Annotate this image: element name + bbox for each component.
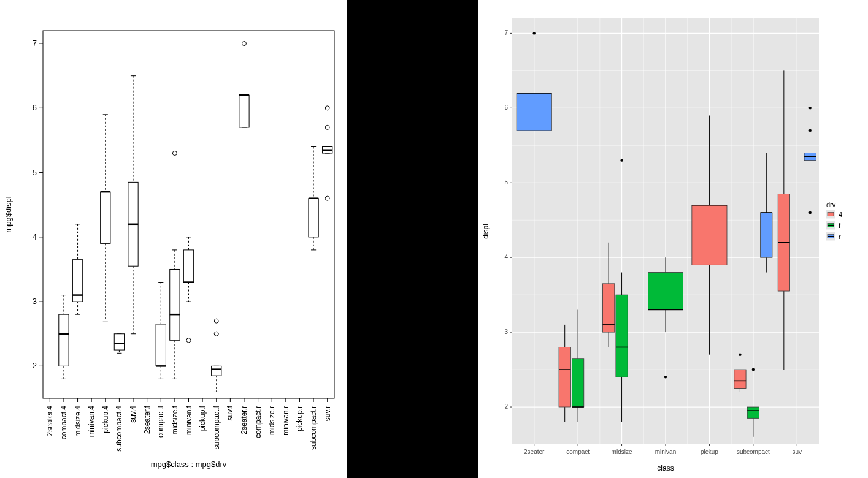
svg-text:midsize: midsize <box>612 449 632 455</box>
svg-text:drv: drv <box>826 201 836 208</box>
svg-point-211 <box>620 159 623 161</box>
svg-text:6: 6 <box>33 103 37 112</box>
svg-text:7: 7 <box>33 39 37 48</box>
svg-text:subcompact.4: subcompact.4 <box>115 406 123 452</box>
svg-point-96 <box>214 332 218 336</box>
svg-rect-22 <box>59 314 69 366</box>
svg-point-244 <box>809 129 812 132</box>
svg-text:midsize.f: midsize.f <box>171 405 179 434</box>
svg-text:suv.4: suv.4 <box>129 406 137 423</box>
svg-text:3: 3 <box>33 297 37 306</box>
svg-point-133 <box>325 196 329 200</box>
svg-point-135 <box>325 106 329 110</box>
svg-text:mpg$class : mpg$drv: mpg$class : mpg$drv <box>151 460 227 469</box>
svg-point-245 <box>809 107 812 109</box>
svg-text:minivan.4: minivan.4 <box>87 406 96 438</box>
svg-text:suv.f: suv.f <box>226 405 234 420</box>
svg-text:compact: compact <box>566 449 590 455</box>
svg-rect-106 <box>239 95 249 127</box>
ggplot-boxplot-panel: 2345672seatercompactmidsizeminivanpickup… <box>478 0 868 478</box>
svg-text:pickup.r: pickup.r <box>295 406 304 431</box>
svg-point-216 <box>664 376 667 378</box>
svg-text:f: f <box>839 222 841 229</box>
svg-rect-0 <box>43 31 334 398</box>
svg-text:2seater.4: 2seater.4 <box>45 406 54 436</box>
svg-rect-40 <box>101 192 110 243</box>
svg-text:midsize.4: midsize.4 <box>74 406 82 437</box>
svg-text:pickup: pickup <box>701 449 718 455</box>
svg-text:4: 4 <box>504 254 508 260</box>
svg-point-108 <box>242 42 246 46</box>
svg-rect-219 <box>692 205 727 265</box>
svg-text:5: 5 <box>504 179 508 186</box>
svg-text:displ: displ <box>482 224 490 239</box>
svg-rect-94 <box>212 366 221 376</box>
svg-text:5: 5 <box>33 168 37 177</box>
svg-point-194 <box>533 32 536 34</box>
svg-text:minivan.r: minivan.r <box>282 406 290 436</box>
svg-point-243 <box>809 211 812 214</box>
svg-rect-228 <box>747 407 759 418</box>
svg-text:minivan: minivan <box>655 449 676 455</box>
svg-text:r: r <box>839 233 841 240</box>
svg-rect-209 <box>616 295 628 377</box>
svg-rect-223 <box>734 370 746 388</box>
svg-text:compact.r: compact.r <box>254 406 263 438</box>
svg-text:compact.4: compact.4 <box>60 406 68 440</box>
svg-rect-74 <box>170 269 180 340</box>
svg-point-230 <box>752 368 755 371</box>
svg-text:2seater.r: 2seater.r <box>240 406 248 434</box>
svg-rect-233 <box>761 213 772 257</box>
svg-text:3: 3 <box>504 328 508 335</box>
svg-text:4: 4 <box>839 211 842 218</box>
svg-text:compact.f: compact.f <box>156 405 165 438</box>
svg-rect-192 <box>517 93 551 131</box>
svg-rect-197 <box>559 347 570 407</box>
svg-rect-123 <box>309 199 318 237</box>
svg-text:2: 2 <box>504 403 508 410</box>
svg-text:mpg$displ: mpg$displ <box>4 196 13 232</box>
base-r-boxplot: 234567mpg$displ2seater.4compact.4midsize… <box>0 0 347 478</box>
base-r-boxplot-panel: 234567mpg$displ2seater.4compact.4midsize… <box>0 0 347 478</box>
svg-text:4: 4 <box>33 232 37 241</box>
svg-text:2seater: 2seater <box>524 449 545 455</box>
svg-rect-83 <box>183 250 193 283</box>
svg-point-225 <box>739 353 741 355</box>
svg-text:subcompact: subcompact <box>737 449 770 455</box>
svg-text:subcompact.r: subcompact.r <box>309 406 318 450</box>
svg-text:pickup.4: pickup.4 <box>101 406 110 433</box>
svg-point-134 <box>325 125 329 129</box>
ggplot-boxplot: 2345672seatercompactmidsizeminivanpickup… <box>478 0 868 478</box>
panel-separator <box>463 0 478 478</box>
svg-text:6: 6 <box>504 104 508 111</box>
svg-text:minivan.f: minivan.f <box>185 405 193 435</box>
svg-text:2seater.f: 2seater.f <box>143 405 152 434</box>
svg-text:class: class <box>657 464 674 472</box>
svg-text:subcompact.f: subcompact.f <box>212 405 221 449</box>
svg-text:suv.r: suv.r <box>323 406 332 421</box>
svg-point-97 <box>214 319 218 323</box>
svg-rect-214 <box>648 273 683 310</box>
svg-text:midsize.r: midsize.r <box>267 406 276 435</box>
svg-rect-48 <box>114 334 124 350</box>
svg-text:7: 7 <box>504 29 508 36</box>
svg-point-76 <box>172 151 177 156</box>
svg-point-85 <box>186 338 191 343</box>
svg-rect-66 <box>156 324 166 366</box>
svg-text:2: 2 <box>33 361 37 370</box>
svg-text:suv: suv <box>793 449 802 455</box>
svg-text:pickup.f: pickup.f <box>198 405 207 431</box>
svg-rect-201 <box>572 358 584 407</box>
